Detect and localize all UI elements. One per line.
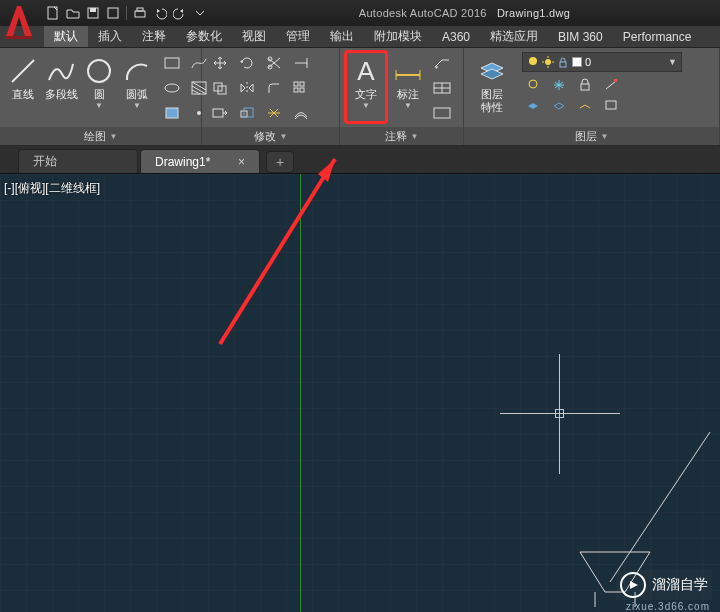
play-icon bbox=[620, 572, 646, 598]
qat-save-icon[interactable] bbox=[84, 4, 102, 22]
layer-state-icon[interactable] bbox=[600, 96, 622, 114]
layer-name: 0 bbox=[585, 56, 591, 68]
svg-rect-40 bbox=[560, 62, 566, 67]
qat-open-icon[interactable] bbox=[64, 4, 82, 22]
tab-view[interactable]: 视图 bbox=[232, 26, 276, 47]
circle-icon bbox=[82, 54, 116, 88]
layer-freeze-icon[interactable] bbox=[548, 76, 570, 94]
app-logo-icon[interactable] bbox=[2, 2, 34, 40]
layer-off-icon[interactable] bbox=[522, 76, 544, 94]
title-bar: Autodesk AutoCAD 2016 Drawing1.dwg bbox=[0, 0, 720, 26]
panel-title-layers[interactable]: 图层▼ bbox=[464, 127, 719, 145]
layer-iso-icon[interactable] bbox=[522, 96, 544, 114]
trim-icon[interactable] bbox=[262, 52, 286, 74]
tab-addins[interactable]: 附加模块 bbox=[364, 26, 432, 47]
tab-a360[interactable]: A360 bbox=[432, 26, 480, 47]
svg-rect-11 bbox=[166, 108, 178, 118]
svg-rect-22 bbox=[300, 88, 304, 92]
layer-match-icon[interactable] bbox=[600, 76, 622, 94]
region-icon[interactable] bbox=[160, 102, 184, 124]
layer-dropdown[interactable]: 0 ▼ bbox=[522, 52, 682, 72]
scale-icon[interactable] bbox=[235, 102, 259, 124]
leader-icon[interactable] bbox=[430, 52, 454, 74]
svg-point-35 bbox=[545, 59, 551, 65]
bulb-icon bbox=[527, 56, 539, 68]
svg-rect-8 bbox=[165, 58, 179, 68]
tool-line[interactable]: 直线 bbox=[6, 52, 40, 122]
svg-rect-43 bbox=[614, 79, 617, 82]
qat-plot-icon[interactable] bbox=[131, 4, 149, 22]
svg-rect-4 bbox=[135, 11, 145, 17]
doc-tab-start[interactable]: 开始 bbox=[18, 149, 138, 173]
app-name: Autodesk AutoCAD 2016 bbox=[359, 7, 487, 19]
svg-rect-33 bbox=[434, 108, 450, 118]
tab-bim360[interactable]: BIM 360 bbox=[548, 26, 613, 47]
panel-draw: 直线 多段线 圆▼ 圆弧▼ 绘图▼ bbox=[0, 48, 202, 145]
offset-icon[interactable] bbox=[289, 102, 313, 124]
svg-line-47 bbox=[610, 432, 710, 582]
svg-point-34 bbox=[529, 57, 537, 65]
layer-lock-icon[interactable] bbox=[574, 76, 596, 94]
qat-redo-icon[interactable] bbox=[171, 4, 189, 22]
mirror-icon[interactable] bbox=[235, 77, 259, 99]
line-icon bbox=[6, 54, 40, 88]
tab-parametric[interactable]: 参数化 bbox=[176, 26, 232, 47]
tab-annotate[interactable]: 注释 bbox=[132, 26, 176, 47]
tool-arc[interactable]: 圆弧▼ bbox=[120, 52, 154, 122]
tool-dimension[interactable]: 标注▼ bbox=[388, 52, 428, 122]
tab-featured[interactable]: 精选应用 bbox=[480, 26, 548, 47]
polyline-icon bbox=[44, 54, 78, 88]
document-tabs: 开始 Drawing1* × + bbox=[0, 146, 720, 174]
tool-polyline[interactable]: 多段线 bbox=[44, 52, 78, 122]
array-icon[interactable] bbox=[289, 77, 313, 99]
panel-title-annot[interactable]: 注释▼ bbox=[340, 127, 463, 145]
move-icon[interactable] bbox=[208, 52, 232, 74]
svg-line-6 bbox=[12, 60, 34, 82]
qat-new-icon[interactable] bbox=[44, 4, 62, 22]
layer-tool-grid bbox=[522, 76, 682, 114]
svg-point-41 bbox=[529, 80, 537, 88]
svg-rect-44 bbox=[606, 101, 616, 109]
annot-mini bbox=[430, 52, 454, 124]
title-text: Autodesk AutoCAD 2016 Drawing1.dwg bbox=[209, 7, 720, 19]
viewport-label[interactable]: [-][俯视][二维线框] bbox=[4, 180, 100, 197]
qat-dropdown-icon[interactable] bbox=[191, 4, 209, 22]
drawing-canvas[interactable]: [-][俯视][二维线框] 溜溜自学 zixue.3d66.com bbox=[0, 174, 720, 612]
layer-walk-icon[interactable] bbox=[574, 96, 596, 114]
svg-rect-20 bbox=[300, 82, 304, 86]
svg-rect-2 bbox=[90, 8, 96, 12]
panel-modify: 修改▼ bbox=[202, 48, 340, 145]
stretch-icon[interactable] bbox=[208, 102, 232, 124]
dimension-icon bbox=[391, 54, 425, 88]
svg-rect-3 bbox=[108, 8, 118, 18]
layer-properties-icon bbox=[475, 54, 509, 88]
rect-icon[interactable] bbox=[160, 52, 184, 74]
explode-icon[interactable] bbox=[262, 102, 286, 124]
fillet-icon[interactable] bbox=[262, 77, 286, 99]
annotation-arrow bbox=[200, 144, 360, 354]
table-icon[interactable] bbox=[430, 77, 454, 99]
ellipse-icon[interactable] bbox=[160, 77, 184, 99]
watermark: 溜溜自学 bbox=[616, 570, 712, 600]
tab-output[interactable]: 输出 bbox=[320, 26, 364, 47]
panel-title-modify[interactable]: 修改▼ bbox=[202, 127, 339, 145]
arc-icon bbox=[120, 54, 154, 88]
tool-circle[interactable]: 圆▼ bbox=[82, 52, 116, 122]
panel-title-draw[interactable]: 绘图▼ bbox=[0, 127, 201, 145]
tab-performance[interactable]: Performance bbox=[613, 26, 702, 47]
tool-layer-properties[interactable]: 图层 特性 bbox=[470, 52, 514, 122]
tool-text[interactable]: A 文字▼ bbox=[346, 52, 386, 122]
svg-point-7 bbox=[88, 60, 110, 82]
text-icon: A bbox=[349, 54, 383, 88]
qat-saveas-icon[interactable] bbox=[104, 4, 122, 22]
extend-icon[interactable] bbox=[289, 52, 313, 74]
layer-prev-icon[interactable] bbox=[548, 96, 570, 114]
qat-undo-icon[interactable] bbox=[151, 4, 169, 22]
tab-default[interactable]: 默认 bbox=[44, 26, 88, 47]
layer-controls: 0 ▼ bbox=[522, 52, 682, 114]
copy-icon[interactable] bbox=[208, 77, 232, 99]
tab-insert[interactable]: 插入 bbox=[88, 26, 132, 47]
rotate-icon[interactable] bbox=[235, 52, 259, 74]
tab-manage[interactable]: 管理 bbox=[276, 26, 320, 47]
mtext-icon[interactable] bbox=[430, 102, 454, 124]
